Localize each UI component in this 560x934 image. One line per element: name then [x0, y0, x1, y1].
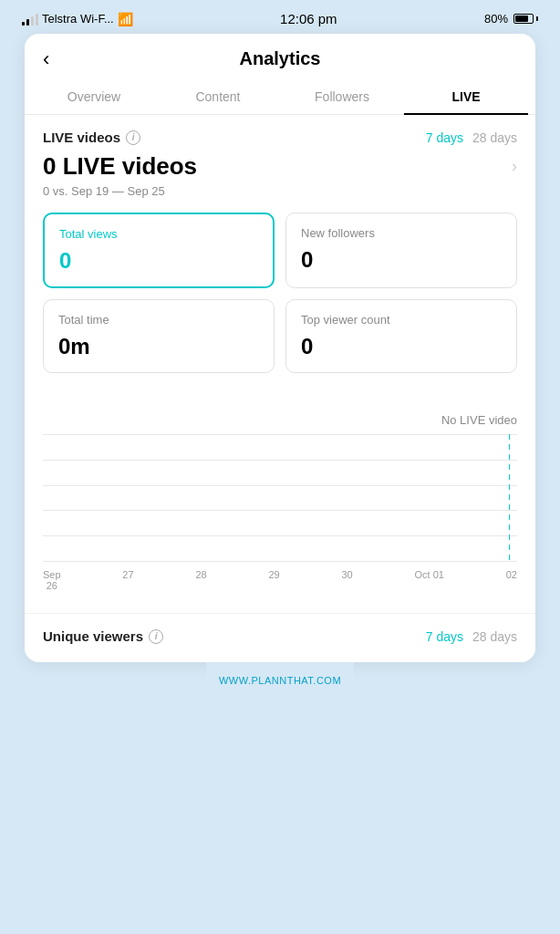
live-videos-header: LIVE videos i 7 days 28 days: [43, 130, 517, 145]
days-28-btn[interactable]: 28 days: [472, 130, 517, 145]
live-count-title: 0 LIVE videos: [43, 152, 197, 181]
chart-line-4: [43, 510, 517, 511]
stat-value-total-views: 0: [59, 248, 258, 274]
tab-overview[interactable]: Overview: [32, 80, 156, 115]
unique-viewers-title: Unique viewers i: [43, 628, 163, 644]
signal-bar-3: [31, 16, 34, 26]
signal-bars: [22, 13, 38, 26]
stat-label-total-views: Total views: [59, 227, 258, 241]
chevron-right-icon[interactable]: ›: [512, 157, 517, 176]
live-count-row: 0 LIVE videos ›: [43, 152, 517, 181]
chart-line-2: [43, 460, 517, 461]
chart-area: [43, 434, 517, 562]
chart-line-1: [43, 434, 517, 435]
chart-lines: [43, 434, 517, 562]
stat-label-top-viewer: Top viewer count: [301, 313, 502, 327]
phone-frame: Telstra Wi-F... 📶 12:06 pm 80% ‹ Analyti…: [0, 0, 560, 934]
live-videos-section: LIVE videos i 7 days 28 days 0 LIVE vide…: [25, 115, 535, 402]
chart-label-30: 30: [341, 569, 352, 591]
signal-bar-1: [22, 22, 25, 26]
status-time: 12:06 pm: [280, 11, 337, 26]
status-bar: Telstra Wi-F... 📶 12:06 pm 80%: [0, 0, 560, 34]
unique-viewers-days-selector: 7 days 28 days: [426, 629, 517, 644]
chart-line-5: [43, 535, 517, 536]
wifi-icon: 📶: [118, 12, 133, 26]
battery-icon: [513, 14, 538, 24]
days-7-btn[interactable]: 7 days: [426, 130, 463, 145]
signal-bar-4: [36, 14, 38, 26]
stat-value-top-viewer: 0: [301, 334, 502, 359]
chart-line-3: [43, 485, 517, 486]
chart-label-27: 27: [122, 569, 133, 591]
carrier-name: Telstra Wi-F...: [42, 12, 114, 26]
stat-label-total-time: Total time: [58, 313, 259, 327]
stat-card-total-views: Total views 0: [43, 213, 275, 288]
signal-bar-2: [26, 19, 29, 26]
stat-value-total-time: 0m: [58, 334, 259, 359]
stat-value-new-followers: 0: [301, 247, 502, 273]
tab-live[interactable]: LIVE: [404, 80, 528, 115]
chart-label-oct01: Oct 01: [414, 569, 443, 591]
status-right: 80%: [484, 12, 538, 26]
live-videos-title: LIVE videos i: [43, 130, 140, 145]
stats-grid: Total views 0 New followers 0 Total time…: [43, 213, 517, 373]
info-icon[interactable]: i: [126, 130, 140, 145]
chart-no-data-label: No LIVE video: [43, 413, 517, 427]
tab-content[interactable]: Content: [156, 80, 280, 115]
unique-viewers-section: Unique viewers i 7 days 28 days: [25, 614, 535, 662]
chart-line-6: [43, 561, 517, 562]
back-button[interactable]: ‹: [43, 47, 49, 71]
stat-card-top-viewer: Top viewer count 0: [285, 299, 517, 373]
unique-viewers-days-7[interactable]: 7 days: [426, 629, 463, 644]
chart-dashed-line: [509, 434, 511, 562]
battery-fill: [515, 16, 528, 22]
unique-viewers-days-28[interactable]: 28 days: [472, 629, 517, 644]
stat-card-new-followers: New followers 0: [285, 213, 517, 288]
page-title: Analytics: [240, 48, 321, 69]
battery-body: [513, 14, 534, 24]
battery-percent: 80%: [484, 12, 508, 26]
stat-card-total-time: Total time 0m: [43, 299, 275, 373]
status-left: Telstra Wi-F... 📶: [22, 12, 133, 26]
chart-x-axis: Sep26 27 28 29 30 Oct 01 02: [43, 569, 517, 591]
nav-tabs: Overview Content Followers LIVE: [25, 80, 535, 115]
comparison-text: 0 vs. Sep 19 — Sep 25: [43, 184, 517, 198]
tab-followers[interactable]: Followers: [280, 80, 404, 115]
chart-label-sep26: Sep26: [43, 569, 61, 591]
header: ‹ Analytics: [25, 34, 535, 80]
unique-viewers-info-icon[interactable]: i: [149, 629, 163, 644]
footer-watermark: WWW.PLANNTHAT.COM: [206, 662, 354, 699]
chart-label-29: 29: [268, 569, 279, 591]
app-container: ‹ Analytics Overview Content Followers L…: [25, 34, 535, 662]
battery-tip: [536, 16, 538, 21]
stat-label-new-followers: New followers: [301, 226, 502, 240]
unique-viewers-header: Unique viewers i 7 days 28 days: [43, 628, 517, 644]
chart-section: No LIVE video Sep26 27 28 29: [25, 402, 535, 609]
days-selector: 7 days 28 days: [426, 130, 517, 145]
chart-label-02: 02: [506, 569, 517, 591]
chart-label-28: 28: [195, 569, 206, 591]
